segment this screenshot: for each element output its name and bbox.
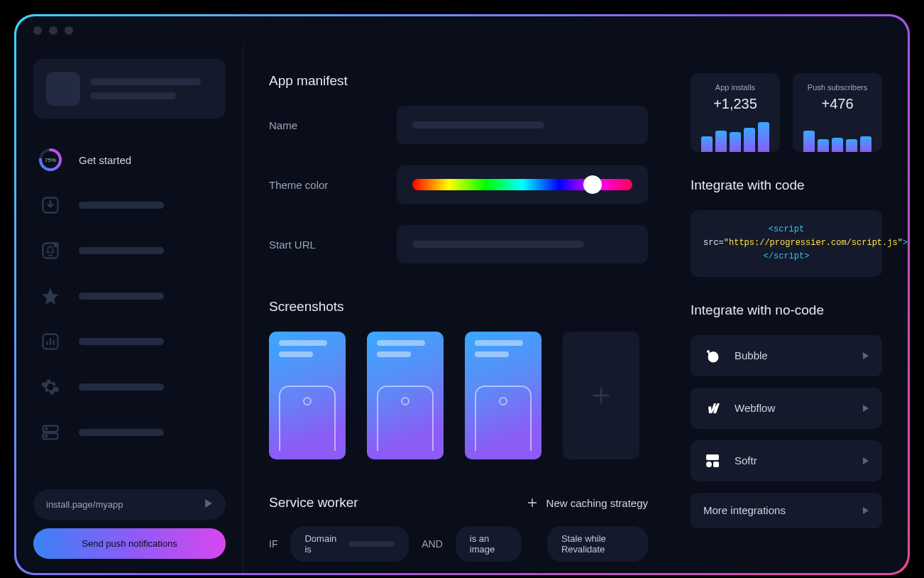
integration-more[interactable]: More integrations — [691, 493, 882, 528]
traffic-light-close[interactable] — [33, 26, 42, 35]
sidebar-item-label — [79, 293, 164, 300]
subscribers-label: Push subscribers — [808, 83, 867, 92]
progress-percent: 75% — [38, 147, 63, 173]
domain-value-placeholder — [348, 541, 395, 547]
svg-point-10 — [707, 350, 710, 353]
install-url-pill[interactable]: install.page/myapp — [33, 489, 226, 520]
start-url-value-placeholder — [412, 241, 584, 248]
screenshots-heading: Screenshots — [269, 299, 648, 315]
star-icon — [38, 283, 63, 309]
sidebar-item-get-started[interactable]: 75% Get started — [33, 140, 226, 180]
app-subtitle-placeholder — [90, 92, 176, 99]
play-icon — [862, 454, 869, 467]
sidebar-item-storage[interactable] — [33, 413, 226, 452]
integration-label: Bubble — [735, 349, 849, 361]
app-installs-card: App installs +1,235 — [691, 73, 780, 152]
domain-condition-chip[interactable]: Domain is — [290, 526, 409, 562]
integration-label: Softr — [735, 454, 849, 467]
if-label: IF — [269, 538, 277, 550]
integration-softr[interactable]: Softr — [691, 440, 882, 481]
plus-icon — [590, 385, 612, 406]
play-icon — [862, 504, 869, 517]
sidebar-item-favorites[interactable] — [33, 276, 226, 316]
integration-webflow[interactable]: Webflow — [691, 388, 882, 429]
hue-thumb[interactable] — [583, 175, 602, 194]
traffic-light-min[interactable] — [49, 26, 57, 35]
sidebar-item-label — [79, 383, 164, 391]
svg-point-13 — [706, 462, 712, 467]
installs-bars — [699, 119, 771, 152]
svg-rect-14 — [713, 462, 719, 467]
sidebar-item-label — [79, 202, 164, 209]
svg-point-4 — [54, 242, 59, 247]
integration-label: More integrations — [703, 504, 849, 516]
image-condition-chip[interactable]: is an image — [456, 526, 522, 562]
window-titlebar — [16, 16, 908, 45]
phone-icon — [279, 386, 336, 451]
push-subscribers-card: Push subscribers +476 — [793, 73, 882, 152]
webflow-icon — [703, 399, 722, 418]
screenshot-thumb[interactable] — [269, 332, 346, 459]
svg-rect-12 — [706, 454, 719, 460]
screenshot-thumb[interactable] — [367, 332, 444, 459]
theme-color-label: Theme color — [269, 179, 368, 191]
integration-bubble[interactable]: Bubble — [691, 335, 882, 376]
app-name-placeholder — [90, 78, 201, 85]
integrate-code-heading: Integrate with code — [691, 178, 882, 193]
play-icon — [862, 349, 869, 362]
sidebar-item-label — [79, 247, 164, 254]
sidebar-item-download[interactable] — [33, 185, 226, 225]
sidebar-item-settings[interactable] — [33, 367, 226, 407]
start-url-label: Start URL — [269, 239, 368, 251]
name-input[interactable] — [397, 106, 648, 144]
integrate-nocode-heading: Integrate with no-code — [691, 302, 882, 318]
bell-icon — [38, 238, 63, 263]
app-avatar-placeholder — [46, 72, 80, 106]
subscribers-bars — [801, 119, 874, 152]
and-label: AND — [422, 538, 443, 550]
phone-icon — [475, 386, 532, 451]
installs-value: +1,235 — [713, 96, 757, 112]
progress-ring-icon: 75% — [38, 147, 63, 173]
sidebar-item-label — [79, 429, 164, 436]
download-icon — [38, 192, 63, 218]
app-manifest-heading: App manifest — [269, 73, 648, 89]
name-label: Name — [269, 119, 368, 131]
add-screenshot-button[interactable] — [563, 332, 639, 459]
bubble-icon — [703, 347, 722, 365]
installs-label: App installs — [715, 83, 755, 92]
theme-color-slider[interactable] — [397, 165, 648, 204]
send-push-button[interactable]: Send push notifications — [33, 528, 226, 559]
traffic-light-max[interactable] — [65, 26, 73, 35]
sidebar: 75% Get started — [16, 45, 243, 573]
sidebar-item-notifications[interactable] — [33, 231, 226, 271]
sidebar-item-label: Get started — [79, 154, 131, 166]
name-value-placeholder — [412, 121, 544, 129]
play-icon — [862, 402, 869, 415]
screenshot-thumb[interactable] — [465, 332, 541, 459]
new-caching-strategy-button[interactable]: New caching strategy — [527, 497, 648, 509]
plus-icon — [527, 497, 538, 508]
app-profile-card[interactable] — [33, 59, 226, 119]
integration-label: Webflow — [735, 402, 849, 414]
strategy-chip[interactable]: Stale while Revalidate — [547, 526, 648, 562]
subscribers-value: +476 — [821, 96, 853, 112]
svg-point-8 — [45, 428, 47, 430]
softr-icon — [703, 452, 722, 470]
gear-icon — [38, 374, 63, 400]
svg-point-9 — [45, 435, 47, 437]
play-icon — [204, 499, 213, 510]
phone-icon — [377, 386, 434, 451]
start-url-input[interactable] — [397, 225, 648, 263]
service-worker-heading: Service worker — [269, 495, 358, 511]
sidebar-item-analytics[interactable] — [33, 322, 226, 361]
hue-track — [412, 179, 632, 190]
sidebar-item-label — [79, 338, 164, 345]
code-snippet[interactable]: <script src="https://progressier.com/scr… — [691, 210, 882, 277]
server-icon — [38, 420, 63, 445]
chart-icon — [38, 329, 63, 354]
install-url-text: install.page/myapp — [46, 499, 123, 510]
